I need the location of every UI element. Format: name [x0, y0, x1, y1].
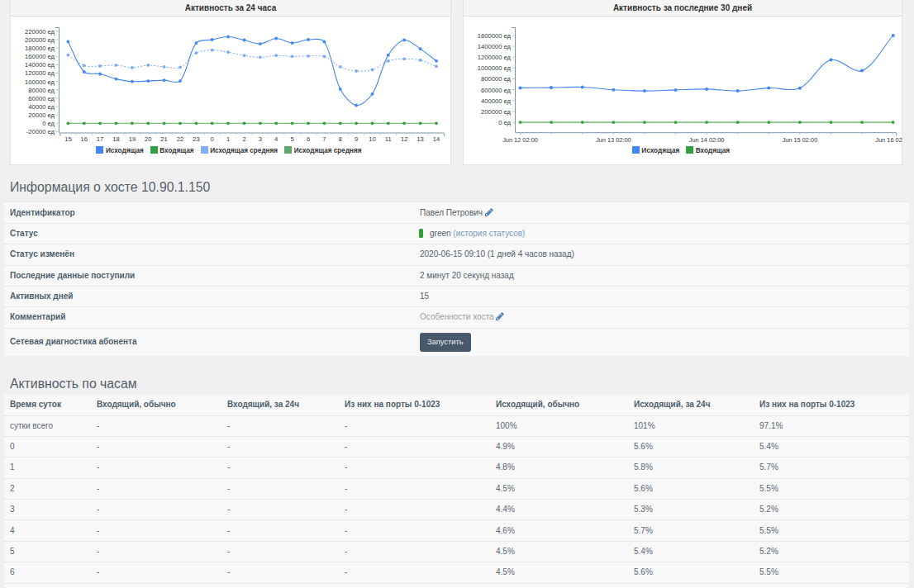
- svg-text:0 ед: 0 ед: [498, 119, 511, 126]
- svg-text:16: 16: [81, 135, 88, 143]
- svg-text:0 ед: 0 ед: [42, 120, 55, 127]
- svg-text:8: 8: [339, 135, 342, 143]
- svg-text:20: 20: [145, 135, 151, 143]
- svg-text:-20000 ед: -20000 ед: [26, 128, 55, 135]
- svg-text:800000 ед: 800000 ед: [481, 75, 512, 83]
- svg-text:1400000 ед: 1400000 ед: [478, 43, 512, 50]
- svg-text:120000 ед: 120000 ед: [25, 69, 55, 77]
- svg-text:220000 ед: 220000 ед: [25, 28, 55, 36]
- svg-text:14: 14: [433, 135, 440, 143]
- svg-text:160000 ед: 160000 ед: [25, 53, 55, 60]
- svg-text:5: 5: [290, 135, 293, 143]
- svg-text:1000000 ед: 1000000 ед: [478, 64, 512, 72]
- svg-text:18: 18: [112, 135, 119, 143]
- svg-text:200000 ед: 200000 ед: [25, 36, 55, 44]
- svg-text:Jun 13 02:00: Jun 13 02:00: [596, 136, 631, 144]
- svg-text:17: 17: [97, 135, 103, 143]
- svg-text:180000 ед: 180000 ед: [25, 45, 55, 52]
- svg-text:100000 ед: 100000 ед: [25, 78, 55, 86]
- svg-text:60000 ед: 60000 ед: [28, 95, 55, 102]
- svg-text:7: 7: [322, 135, 326, 143]
- svg-text:Jun 12 02:00: Jun 12 02:00: [502, 136, 538, 144]
- svg-text:23: 23: [193, 135, 199, 143]
- svg-text:40000 ед: 40000 ед: [28, 103, 55, 111]
- svg-text:22: 22: [177, 135, 183, 143]
- svg-text:400000 ед: 400000 ед: [481, 97, 512, 105]
- svg-text:80000 ед: 80000 ед: [28, 87, 55, 94]
- svg-text:9: 9: [355, 135, 358, 143]
- svg-text:15: 15: [64, 135, 71, 143]
- svg-text:6: 6: [307, 135, 310, 143]
- svg-text:12: 12: [401, 135, 407, 143]
- svg-text:Jun 14 02:00: Jun 14 02:00: [689, 136, 725, 144]
- svg-text:Jun 16 02:00: Jun 16 02:00: [875, 136, 902, 144]
- svg-text:4: 4: [274, 135, 278, 143]
- svg-text:11: 11: [385, 135, 392, 143]
- svg-text:2: 2: [242, 135, 245, 143]
- svg-text:13: 13: [417, 135, 423, 143]
- svg-text:1200000 ед: 1200000 ед: [478, 54, 512, 61]
- svg-text:Jun 15 02:00: Jun 15 02:00: [783, 136, 818, 144]
- svg-text:600000 ед: 600000 ед: [481, 87, 512, 94]
- svg-text:19: 19: [129, 135, 136, 143]
- svg-text:200000 ед: 200000 ед: [481, 108, 512, 116]
- svg-text:3: 3: [259, 135, 262, 143]
- svg-text:1600000 ед: 1600000 ед: [478, 32, 512, 40]
- svg-text:20000 ед: 20000 ед: [28, 111, 55, 119]
- svg-text:140000 ед: 140000 ед: [25, 61, 55, 69]
- svg-text:21: 21: [160, 135, 167, 143]
- svg-text:0: 0: [211, 135, 214, 143]
- svg-text:1: 1: [226, 135, 230, 143]
- svg-text:10: 10: [369, 135, 375, 143]
